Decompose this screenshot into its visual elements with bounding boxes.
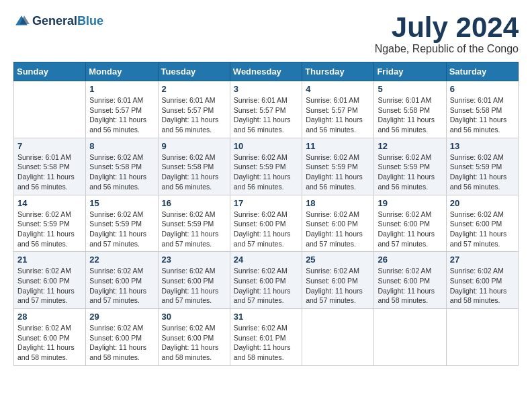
day-number: 13 [450,141,515,151]
daylight-text: Daylight: 11 hours and 57 minutes. [378,229,442,248]
calendar-cell: 11Sunrise: 6:02 AMSunset: 5:59 PMDayligh… [302,138,374,195]
day-info: Sunrise: 6:01 AMSunset: 5:57 PMDaylight:… [306,95,370,135]
sunrise-text: Sunrise: 6:02 AM [89,210,154,220]
day-number: 16 [162,198,226,208]
day-info: Sunrise: 6:02 AMSunset: 5:59 PMDaylight:… [306,152,370,192]
weekday-header-tuesday: Tuesday [158,62,230,81]
sunset-text: Sunset: 5:58 PM [89,162,154,172]
weekday-header-thursday: Thursday [302,62,374,81]
calendar-cell: 5Sunrise: 6:01 AMSunset: 5:58 PMDaylight… [374,81,446,138]
day-info: Sunrise: 6:02 AMSunset: 6:00 PMDaylight:… [17,266,82,306]
sunrise-text: Sunrise: 6:02 AM [162,323,226,333]
sunset-text: Sunset: 6:01 PM [234,333,298,343]
day-number: 3 [234,84,298,94]
daylight-text: Daylight: 11 hours and 58 minutes. [89,342,154,362]
sunrise-text: Sunrise: 6:02 AM [450,266,515,276]
daylight-text: Daylight: 11 hours and 58 minutes. [162,342,226,362]
day-info: Sunrise: 6:01 AMSunset: 5:57 PMDaylight:… [89,95,154,135]
calendar-cell: 9Sunrise: 6:02 AMSunset: 5:58 PMDaylight… [158,138,230,195]
calendar-cell: 17Sunrise: 6:02 AMSunset: 6:00 PMDayligh… [230,195,302,252]
calendar-cell: 1Sunrise: 6:01 AMSunset: 5:57 PMDaylight… [86,81,158,138]
day-info: Sunrise: 6:02 AMSunset: 5:58 PMDaylight:… [89,152,154,192]
weekday-header-friday: Friday [374,62,446,81]
weekday-header-sunday: Sunday [14,62,86,81]
sunrise-text: Sunrise: 6:02 AM [162,210,226,220]
weekday-header-monday: Monday [86,62,158,81]
weekday-header-wednesday: Wednesday [230,62,302,81]
sunset-text: Sunset: 5:59 PM [162,219,226,229]
sunrise-text: Sunrise: 6:02 AM [450,210,515,220]
daylight-text: Daylight: 11 hours and 56 minutes. [306,115,370,134]
daylight-text: Daylight: 11 hours and 57 minutes. [306,229,370,248]
day-info: Sunrise: 6:02 AMSunset: 5:59 PMDaylight:… [89,210,154,249]
day-info: Sunrise: 6:02 AMSunset: 6:00 PMDaylight:… [306,266,370,306]
daylight-text: Daylight: 11 hours and 56 minutes. [306,172,370,191]
day-info: Sunrise: 6:02 AMSunset: 6:00 PMDaylight:… [89,323,154,363]
sunset-text: Sunset: 5:59 PM [378,162,442,172]
logo-icon [13,13,30,30]
day-number: 24 [234,255,298,265]
sunset-text: Sunset: 6:00 PM [89,276,154,286]
sunset-text: Sunset: 5:57 PM [162,105,226,116]
weekday-header-saturday: Saturday [446,62,518,81]
sunset-text: Sunset: 6:00 PM [17,276,82,286]
header: GeneralBlue July 2024 Ngabe, Republic of… [13,13,519,55]
day-number: 12 [378,141,442,151]
calendar-cell [446,309,518,366]
sunrise-text: Sunrise: 6:01 AM [89,95,154,105]
sunset-text: Sunset: 5:57 PM [89,105,154,116]
sunrise-text: Sunrise: 6:02 AM [234,266,298,276]
daylight-text: Daylight: 11 hours and 57 minutes. [450,229,515,248]
day-number: 9 [162,141,226,151]
sunset-text: Sunset: 5:58 PM [450,105,515,116]
calendar-cell: 31Sunrise: 6:02 AMSunset: 6:01 PMDayligh… [230,309,302,366]
day-info: Sunrise: 6:01 AMSunset: 5:58 PMDaylight:… [378,95,442,135]
day-info: Sunrise: 6:01 AMSunset: 5:57 PMDaylight:… [234,95,298,135]
day-number: 6 [450,84,515,94]
daylight-text: Daylight: 11 hours and 56 minutes. [17,229,82,248]
calendar-cell: 28Sunrise: 6:02 AMSunset: 6:00 PMDayligh… [14,309,86,366]
daylight-text: Daylight: 11 hours and 57 minutes. [234,286,298,306]
sunrise-text: Sunrise: 6:01 AM [306,95,370,105]
title-area: July 2024 Ngabe, Republic of the Congo [375,13,519,55]
sunset-text: Sunset: 6:00 PM [234,219,298,229]
day-number: 22 [89,255,154,265]
daylight-text: Daylight: 11 hours and 56 minutes. [234,172,298,191]
daylight-text: Daylight: 11 hours and 57 minutes. [89,229,154,248]
sunrise-text: Sunrise: 6:02 AM [162,152,226,163]
calendar-cell: 18Sunrise: 6:02 AMSunset: 6:00 PMDayligh… [302,195,374,252]
calendar-cell: 21Sunrise: 6:02 AMSunset: 6:00 PMDayligh… [14,252,86,309]
sunrise-text: Sunrise: 6:02 AM [234,210,298,220]
sunset-text: Sunset: 5:57 PM [234,105,298,116]
sunset-text: Sunset: 5:59 PM [306,162,370,172]
sunrise-text: Sunrise: 6:02 AM [17,323,82,333]
sunrise-text: Sunrise: 6:02 AM [162,266,226,276]
day-info: Sunrise: 6:02 AMSunset: 5:59 PMDaylight:… [450,152,515,192]
day-number: 15 [89,198,154,208]
sunset-text: Sunset: 6:00 PM [450,276,515,286]
calendar-cell: 26Sunrise: 6:02 AMSunset: 6:00 PMDayligh… [374,252,446,309]
sunrise-text: Sunrise: 6:01 AM [162,95,226,105]
day-number: 17 [234,198,298,208]
day-info: Sunrise: 6:02 AMSunset: 6:00 PMDaylight:… [450,210,515,249]
sunrise-text: Sunrise: 6:02 AM [234,323,298,333]
calendar-cell [302,309,374,366]
day-number: 10 [234,141,298,151]
sunset-text: Sunset: 5:58 PM [378,105,442,116]
calendar-cell: 13Sunrise: 6:02 AMSunset: 5:59 PMDayligh… [446,138,518,195]
day-info: Sunrise: 6:02 AMSunset: 6:00 PMDaylight:… [234,210,298,249]
daylight-text: Daylight: 11 hours and 57 minutes. [162,229,226,248]
day-number: 4 [306,84,370,94]
sunset-text: Sunset: 6:00 PM [162,276,226,286]
sunset-text: Sunset: 6:00 PM [89,333,154,343]
sunrise-text: Sunrise: 6:02 AM [306,266,370,276]
day-info: Sunrise: 6:02 AMSunset: 6:00 PMDaylight:… [378,266,442,306]
sunrise-text: Sunrise: 6:02 AM [450,152,515,163]
calendar-cell: 4Sunrise: 6:01 AMSunset: 5:57 PMDaylight… [302,81,374,138]
day-info: Sunrise: 6:02 AMSunset: 6:00 PMDaylight:… [378,210,442,249]
daylight-text: Daylight: 11 hours and 56 minutes. [162,115,226,134]
sunrise-text: Sunrise: 6:02 AM [378,266,442,276]
calendar-cell: 10Sunrise: 6:02 AMSunset: 5:59 PMDayligh… [230,138,302,195]
day-number: 11 [306,141,370,151]
sunrise-text: Sunrise: 6:02 AM [89,266,154,276]
